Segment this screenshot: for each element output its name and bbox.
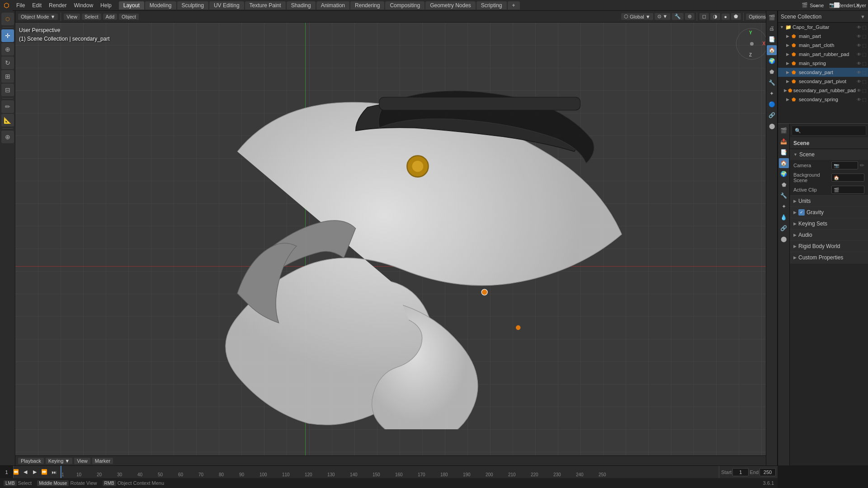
tool-add-object[interactable]: ⊕ (1, 131, 14, 143)
render-properties-icon[interactable]: 🎬 (767, 13, 777, 23)
outliner-filter-icon[interactable]: ▼ (860, 14, 865, 19)
window-minimize-button[interactable]: — (806, 0, 826, 10)
menu-file[interactable]: File (13, 0, 28, 10)
tool-move[interactable]: ⊕ (1, 43, 14, 56)
main-spring-cam-icon[interactable]: ⬚ (862, 61, 866, 66)
units-section-header[interactable]: ▶ Units (790, 196, 868, 206)
proportional-edit[interactable]: ⊚ (685, 13, 694, 20)
play-reverse-button[interactable]: ◀ (21, 468, 30, 477)
snap-toggle[interactable]: 🔧 (672, 13, 684, 20)
main-spring-eye-icon[interactable]: 👁 (857, 61, 861, 66)
props-modifier-btn[interactable]: 🔧 (779, 191, 789, 201)
props-constraints-btn[interactable]: 🔗 (779, 223, 789, 233)
world-properties-icon[interactable]: 🌍 (767, 56, 777, 66)
particles-icon[interactable]: ✦ (767, 89, 777, 99)
object-mode-dropdown[interactable]: Object Mode ▼ (18, 14, 58, 20)
secondary-spring-cam-icon[interactable]: ⬚ (862, 97, 866, 102)
tool-cursor[interactable]: ✛ (1, 29, 14, 42)
secondary-spring-eye-icon[interactable]: 👁 (857, 97, 861, 102)
main-rubber-eye-icon[interactable]: 👁 (857, 52, 861, 57)
object-menu[interactable]: Object (119, 14, 139, 20)
outliner-item-root[interactable]: ▼ 📁 Capo_for_Guitar 👁 ⬚ (778, 23, 868, 32)
secondary-rubber-cam-icon[interactable]: ⬚ (862, 88, 866, 93)
outliner-item-main-part[interactable]: ▶ ⬟ main_part 👁 ⬚ (778, 32, 868, 41)
menu-edit[interactable]: Edit (28, 0, 45, 10)
background-scene-value[interactable]: 🏠 (831, 174, 864, 182)
pivot-dropdown[interactable]: ⊙ ▼ (655, 13, 670, 20)
end-frame-input[interactable] (760, 468, 776, 476)
props-view-layer-btn[interactable]: 📑 (779, 147, 789, 157)
keying-menu[interactable]: Keying ▼ (46, 458, 73, 464)
tool-transform[interactable]: ⊟ (1, 84, 14, 96)
outliner-item-main-spring[interactable]: ▶ ⬟ main_spring 👁 ⬚ (778, 59, 868, 68)
output-properties-icon[interactable]: 🖨 (767, 23, 777, 33)
props-physics-btn[interactable]: 💧 (779, 212, 789, 222)
camera-edit-icon[interactable]: ✏ (860, 162, 864, 169)
gizmo-circle[interactable]: X Y Z (736, 28, 768, 60)
gravity-checkbox[interactable]: ✓ (798, 209, 805, 216)
modifier-properties-icon[interactable]: 🔧 (767, 78, 777, 88)
gravity-section-header[interactable]: ▶ ✓ Gravity (790, 207, 868, 218)
props-render-btn[interactable]: 🎬 (779, 126, 789, 136)
jump-end-button[interactable]: ⏭ (49, 468, 58, 477)
camera-value[interactable]: 📷 (831, 161, 858, 169)
outliner-item-secondary-part[interactable]: ▶ ⬟ secondary_part 👁 ⬚ (778, 68, 868, 77)
tool-measure[interactable]: 📐 (1, 114, 14, 127)
menu-help[interactable]: Help (97, 0, 115, 10)
play-button[interactable]: ▶ (30, 468, 39, 477)
props-particles-btn[interactable]: ✦ (779, 202, 789, 211)
view-timeline-menu[interactable]: View (74, 458, 90, 464)
workspace-tab-sculpting[interactable]: Sculpting (177, 1, 208, 9)
workspace-tab-rendering[interactable]: Rendering (350, 1, 384, 9)
main-part-eye-icon[interactable]: 👁 (857, 34, 861, 39)
workspace-tab-compositing[interactable]: Compositing (385, 1, 425, 9)
viewport-3d[interactable]: User Perspective (1) Scene Collection | … (15, 23, 778, 465)
props-object-btn[interactable]: ⬟ (779, 180, 789, 190)
select-menu[interactable]: Select (82, 14, 101, 20)
transform-global-dropdown[interactable]: ⬡ Global ▼ (621, 13, 653, 20)
audio-section-header[interactable]: ▶ Audio (790, 230, 868, 240)
workspace-tab-modeling[interactable]: Modeling (145, 1, 176, 9)
viewport-shading-4[interactable]: ⬟ (731, 13, 741, 20)
workspace-tab-layout[interactable]: Layout (119, 1, 144, 9)
outliner-item-main-cloth[interactable]: ▶ ⬟ main_part_cloth 👁 ⬚ (778, 41, 868, 50)
secondary-eye-icon[interactable]: 👁 (857, 70, 861, 75)
workspace-tab-texture[interactable]: Texture Paint (245, 1, 286, 9)
view-layer-icon[interactable]: 📑 (767, 34, 777, 44)
main-rubber-cam-icon[interactable]: ⬚ (862, 52, 866, 57)
secondary-cam-icon[interactable]: ⬚ (862, 70, 866, 75)
scene-section-header[interactable]: ▼ Scene (790, 149, 868, 160)
menu-window[interactable]: Window (70, 0, 97, 10)
custom-props-header[interactable]: ▶ Custom Properties (790, 252, 868, 263)
outliner-item-secondary-pivot[interactable]: ▶ ⬟ secondary_part_pivot 👁 ⬚ (778, 77, 868, 86)
props-output-btn[interactable]: 📤 (779, 136, 789, 146)
props-scene-btn[interactable]: 🏠 (779, 158, 789, 168)
properties-search-bar[interactable]: 🔍 (792, 126, 866, 136)
playback-menu[interactable]: Playback (18, 458, 44, 464)
active-clip-value[interactable]: 🎬 (831, 186, 864, 194)
workspace-tab-shading[interactable]: Shading (287, 1, 316, 9)
workspace-tab-scripting[interactable]: Scripting (476, 1, 507, 9)
secondary-pivot-eye-icon[interactable]: 👁 (857, 79, 861, 84)
timeline-scrubber[interactable]: 1 10 20 30 40 50 60 70 80 90 100 110 120… (61, 466, 719, 478)
workspace-tab-animation[interactable]: Animation (316, 1, 349, 9)
root-eye-icon[interactable]: 👁 (857, 25, 861, 30)
tool-mode-selector[interactable]: ⬡ (1, 13, 14, 25)
workspace-tab-uv[interactable]: UV Editing (209, 1, 244, 9)
outliner-item-secondary-spring[interactable]: ▶ ⬟ secondary_spring 👁 ⬚ (778, 95, 868, 104)
viewport-shading-3[interactable]: ● (722, 14, 730, 20)
current-frame-display[interactable]: 1 (0, 466, 14, 478)
menu-render[interactable]: Render (45, 0, 70, 10)
marker-menu[interactable]: Marker (92, 458, 113, 464)
secondary-pivot-cam-icon[interactable]: ⬚ (862, 79, 866, 84)
add-menu[interactable]: Add (103, 14, 118, 20)
outliner-item-main-rubber[interactable]: ▶ ⬟ main_part_rubber_pad 👁 ⬚ (778, 50, 868, 59)
root-hide-icon[interactable]: ⬚ (862, 25, 866, 30)
constraints-icon[interactable]: 🔗 (767, 110, 777, 120)
tool-scale[interactable]: ⊞ (1, 70, 14, 83)
props-data-btn[interactable]: ⬤ (779, 234, 789, 244)
start-frame-input[interactable] (732, 468, 749, 476)
main-part-cam-icon[interactable]: ⬚ (862, 34, 866, 39)
physics-icon[interactable]: 🔵 (767, 99, 777, 109)
next-frame-button[interactable]: ⏩ (40, 468, 49, 477)
